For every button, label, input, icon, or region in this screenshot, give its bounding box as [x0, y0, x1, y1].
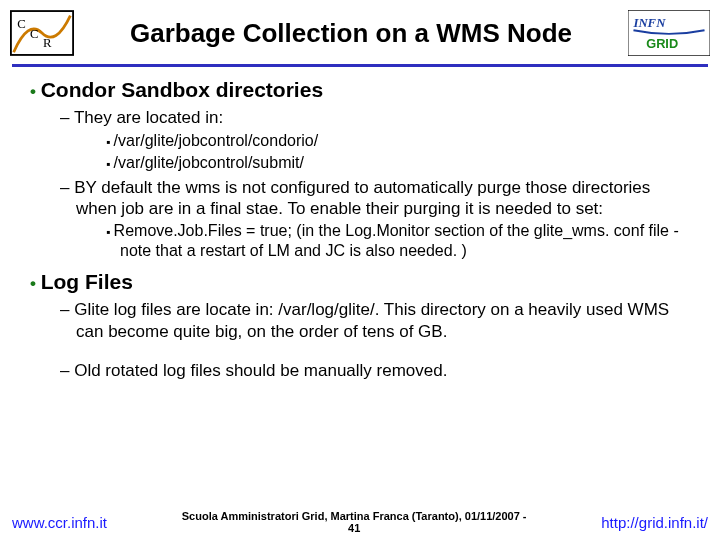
footer-center: Scuola Amministratori Grid, Martina Fran…: [107, 510, 601, 534]
list-item: Glite log files are locate in: /var/log/…: [60, 299, 690, 342]
list-item: Remove.Job.Files = true; (in the Log.Mon…: [106, 221, 690, 261]
item-text: They are located in:: [74, 108, 223, 127]
logo-right: INFN GRID: [628, 10, 710, 56]
logo-left: C C R: [10, 10, 74, 56]
sub-list: They are located in: /var/glite/jobcontr…: [30, 107, 690, 261]
footer: www.ccr.infn.it Scuola Amministratori Gr…: [0, 510, 720, 534]
ccr-logo-icon: C C R: [10, 10, 74, 56]
section-heading: Log Files: [41, 270, 133, 293]
content-area: Condor Sandbox directories They are loca…: [0, 67, 720, 381]
footer-center-line1: Scuola Amministratori Grid, Martina Fran…: [182, 510, 527, 522]
item-text: Glite log files are locate in: /var/log/…: [74, 300, 669, 340]
list-item: /var/glite/jobcontrol/submit/: [106, 153, 690, 173]
item-text: BY default the wms is not configured to …: [74, 178, 650, 218]
section-heading: Condor Sandbox directories: [41, 78, 323, 101]
slide: C C R Garbage Collection on a WMS Node I…: [0, 0, 720, 540]
section-logfiles: Log Files Glite log files are locate in:…: [30, 269, 690, 381]
sub-sub-list: Remove.Job.Files = true; (in the Log.Mon…: [76, 221, 690, 261]
slide-title: Garbage Collection on a WMS Node: [74, 18, 628, 49]
footer-page-number: 41: [348, 522, 360, 534]
list-item: Old rotated log files should be manually…: [60, 360, 690, 381]
svg-text:R: R: [43, 36, 52, 50]
footer-left-link[interactable]: www.ccr.infn.it: [12, 514, 107, 531]
top-list: Condor Sandbox directories They are loca…: [30, 77, 690, 381]
sub-list: Glite log files are locate in: /var/log/…: [30, 299, 690, 381]
header: C C R Garbage Collection on a WMS Node I…: [0, 0, 720, 62]
section-condor: Condor Sandbox directories They are loca…: [30, 77, 690, 261]
footer-right-link[interactable]: http://grid.infn.it/: [601, 514, 708, 531]
sub-sub-list: /var/glite/jobcontrol/condorio/ /var/gli…: [76, 131, 690, 173]
item-text: Old rotated log files should be manually…: [74, 361, 447, 380]
svg-text:GRID: GRID: [646, 36, 678, 51]
svg-text:C: C: [30, 27, 39, 41]
infn-grid-logo-icon: INFN GRID: [628, 10, 710, 56]
list-item: BY default the wms is not configured to …: [60, 177, 690, 262]
list-item: /var/glite/jobcontrol/condorio/: [106, 131, 690, 151]
list-item: They are located in: /var/glite/jobcontr…: [60, 107, 690, 172]
svg-text:C: C: [17, 17, 26, 31]
svg-text:INFN: INFN: [632, 16, 666, 30]
